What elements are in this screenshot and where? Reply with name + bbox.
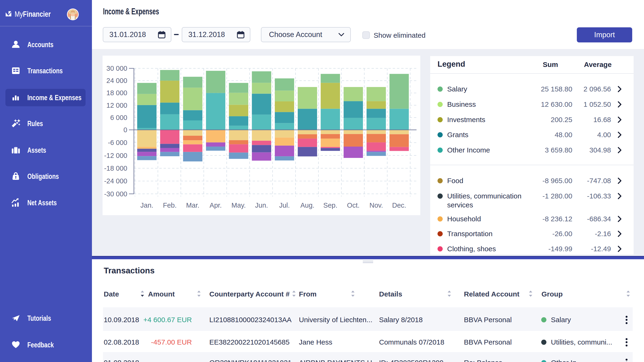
svg-text:Feb.: Feb. [163, 202, 176, 209]
svg-text:Nov.: Nov. [370, 202, 383, 209]
svg-text:-30 000: -30 000 [104, 190, 127, 198]
svg-text:May.: May. [232, 202, 246, 209]
svg-text:-18 000: -18 000 [104, 164, 127, 172]
svg-text:12 000: 12 000 [106, 102, 127, 109]
svg-text:Jun.: Jun. [255, 202, 268, 209]
svg-text:-24 000: -24 000 [104, 177, 127, 185]
svg-text:Sep.: Sep. [324, 202, 338, 209]
svg-text:24 000: 24 000 [106, 77, 127, 84]
svg-text:30 000: 30 000 [106, 64, 127, 72]
svg-text:Dec.: Dec. [392, 202, 406, 209]
svg-text:Jul.: Jul. [279, 202, 290, 209]
svg-text:Mar.: Mar. [186, 202, 199, 209]
svg-text:Aug.: Aug. [300, 202, 314, 209]
svg-text:-12 000: -12 000 [104, 152, 127, 159]
svg-text:6 000: 6 000 [110, 114, 127, 121]
svg-text:Jan.: Jan. [140, 202, 154, 209]
svg-text:0: 0 [124, 126, 127, 134]
svg-text:Oct.: Oct. [347, 202, 360, 209]
svg-text:Apr.: Apr. [210, 202, 222, 209]
svg-text:-6 000: -6 000 [108, 139, 127, 146]
svg-text:18 000: 18 000 [106, 89, 127, 97]
